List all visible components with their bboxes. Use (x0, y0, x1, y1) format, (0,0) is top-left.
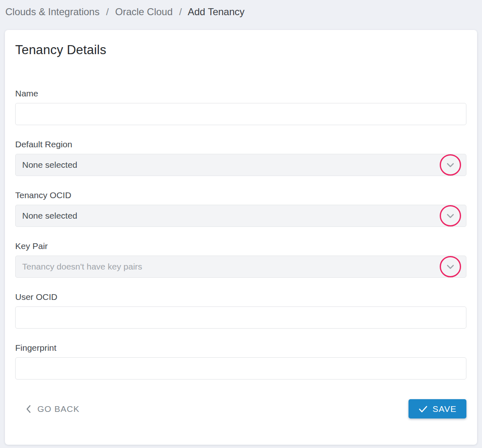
form-footer: GO BACK SAVE (15, 399, 466, 418)
breadcrumb-current-add-tenancy: Add Tenancy (188, 6, 244, 17)
key-pair-select[interactable]: Tenancy doesn't have key pairs (15, 256, 466, 278)
check-icon (418, 405, 428, 413)
fingerprint-input[interactable] (15, 357, 466, 379)
chevron-down-icon[interactable] (445, 262, 455, 272)
breadcrumb-separator: / (179, 6, 182, 17)
default-region-label: Default Region (15, 139, 466, 150)
field-default-region: Default Region None selected (15, 139, 466, 176)
name-label: Name (15, 88, 466, 99)
field-tenancy-ocid: Tenancy OCID None selected (15, 190, 466, 227)
field-fingerprint: Fingerprint (15, 343, 466, 379)
key-pair-placeholder: Tenancy doesn't have key pairs (22, 262, 142, 272)
chevron-down-icon[interactable] (445, 211, 455, 221)
chevron-down-icon[interactable] (445, 160, 455, 170)
go-back-button[interactable]: GO BACK (25, 404, 80, 414)
breadcrumb: Clouds & Integrations / Oracle Cloud / A… (0, 0, 482, 18)
tenancy-ocid-selected-value: None selected (22, 211, 77, 221)
tenancy-details-card: Tenancy Details Name Default Region None… (5, 30, 477, 445)
tenancy-ocid-label: Tenancy OCID (15, 190, 466, 201)
default-region-selected-value: None selected (22, 160, 77, 170)
field-name: Name (15, 88, 466, 125)
name-input[interactable] (15, 103, 466, 125)
default-region-select[interactable]: None selected (15, 154, 466, 176)
field-key-pair: Key Pair Tenancy doesn't have key pairs (15, 241, 466, 278)
save-button[interactable]: SAVE (409, 399, 466, 418)
breadcrumb-clouds-integrations[interactable]: Clouds & Integrations (5, 6, 99, 17)
breadcrumb-oracle-cloud[interactable]: Oracle Cloud (115, 6, 172, 17)
chevron-left-icon (25, 405, 32, 414)
page-title: Tenancy Details (15, 42, 466, 58)
user-ocid-input[interactable] (15, 306, 466, 329)
fingerprint-label: Fingerprint (15, 343, 466, 353)
user-ocid-label: User OCID (15, 292, 466, 302)
field-user-ocid: User OCID (15, 292, 466, 329)
go-back-label: GO BACK (37, 404, 80, 414)
tenancy-ocid-select[interactable]: None selected (15, 205, 466, 227)
save-label: SAVE (433, 404, 457, 414)
breadcrumb-separator: / (106, 6, 109, 17)
key-pair-label: Key Pair (15, 241, 466, 251)
